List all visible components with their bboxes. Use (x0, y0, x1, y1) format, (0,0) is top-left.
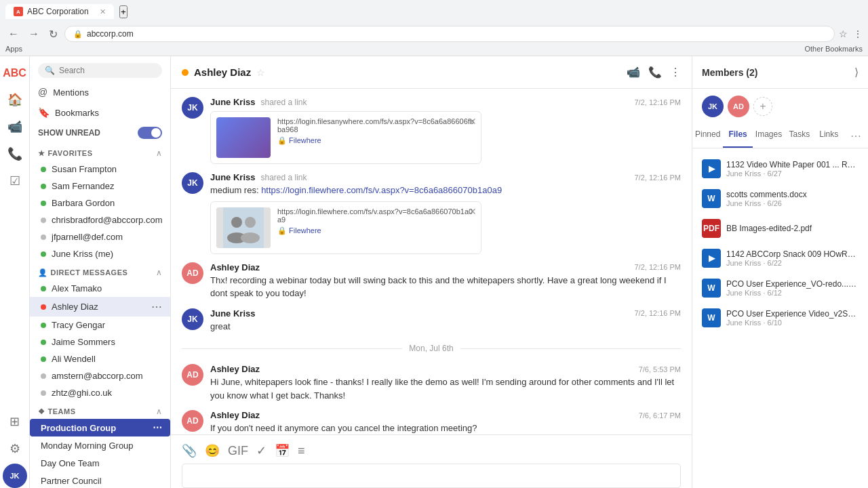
attach-icon[interactable]: 📎 (182, 443, 197, 458)
search-box[interactable]: 🔍 (38, 63, 162, 78)
tab-pinned[interactable]: Pinned (692, 124, 723, 148)
tab-files[interactable]: Files (723, 124, 752, 148)
reload-button[interactable]: ↻ (46, 26, 60, 42)
dm-item[interactable]: Ashley Diaz⋯ (30, 297, 170, 317)
nav-icon-settings[interactable]: ⚙ (3, 436, 27, 461)
dm-item[interactable]: zhtz@ghi.co.uk (30, 384, 170, 401)
search-input[interactable] (59, 66, 155, 75)
message-group: JK June Kriss shared a link 7/2, 12:16 P… (182, 172, 681, 254)
team-item[interactable]: Monday Morning Group⋯ (30, 436, 170, 454)
message-time: 7/2, 12:16 PM (635, 174, 682, 182)
favorites-contact-item[interactable]: Sam Fernandez (30, 178, 170, 195)
preview-close-button[interactable]: ✕ (469, 116, 477, 127)
add-member-button[interactable]: + (753, 97, 772, 116)
dm-section-header: 👤 DIRECT MESSAGES ∧ (30, 262, 170, 280)
member-avatar-ad: AD (728, 96, 749, 117)
nav-header: 🔍 (30, 56, 170, 82)
unread-toggle[interactable] (138, 127, 162, 139)
favorites-contact-item[interactable]: Barbara Gordon (30, 195, 170, 211)
preview-close-button[interactable]: ✕ (469, 206, 477, 217)
close-tab-button[interactable]: ✕ (100, 7, 106, 16)
nav-icon-grid[interactable]: ⊞ (3, 409, 27, 434)
member-avatar-jk: JK (702, 96, 724, 117)
message-group: JK June Kriss shared a link 7/2, 12:16 P… (182, 97, 681, 164)
task-icon[interactable]: ✓ (256, 443, 267, 458)
teams-title: ❖ TEAMS (38, 407, 76, 416)
browser-nav: ← → ↻ 🔒 abccorp.com ☆ ⋮ (0, 23, 868, 45)
file-info: PCO User Experience_VO-redo... 020.docx … (726, 279, 859, 297)
message-group: AD Ashley Diaz 7/6, 6:17 PM If you don't… (182, 410, 681, 434)
gif-icon[interactable]: GIF (228, 444, 248, 458)
file-item[interactable]: ▶ 1142 ABCCorp Snack 009 HOwRC1.mp4 June… (692, 243, 868, 273)
tab-tasks[interactable]: Tasks (785, 124, 814, 148)
dm-item[interactable]: Ali Wendell (30, 350, 170, 367)
mentions-item[interactable]: @ Mentions (30, 82, 170, 102)
file-item[interactable]: PDF BB Images-edited-2.pdf (692, 214, 868, 243)
message-input[interactable] (182, 464, 681, 488)
file-item[interactable]: W PCO User Experience Video_v2SB.docx Ju… (692, 303, 868, 333)
mentions-icon: @ (38, 87, 47, 98)
favorites-contact-item[interactable]: June Kriss (me) (30, 245, 170, 262)
dm-item[interactable]: Alex Tamako (30, 280, 170, 297)
message-name: Ashley Diaz (210, 262, 260, 272)
format-icon[interactable]: ≡ (298, 444, 305, 458)
phone-call-button[interactable]: 📞 (648, 66, 662, 79)
new-tab-button[interactable]: + (119, 5, 127, 18)
team-item[interactable]: Day One Team⋯ (30, 454, 170, 472)
tab-links[interactable]: Links (814, 124, 844, 148)
team-menu-button[interactable]: ⋯ (153, 422, 162, 433)
file-item[interactable]: W PCO User Experience_VO-redo... 020.doc… (692, 273, 868, 303)
calendar-icon[interactable]: 📅 (275, 443, 290, 458)
video-call-button[interactable]: 📹 (627, 66, 640, 79)
emoji-icon[interactable]: 😊 (205, 443, 220, 458)
link-preview: https://login.filewhere.com/fs/v.aspx?v=… (210, 201, 481, 254)
dm-item[interactable]: Jaime Sommers (30, 333, 170, 350)
user-avatar-icon[interactable]: JK (3, 464, 27, 488)
avatar: JK (182, 97, 203, 119)
dm-item[interactable]: Tracy Gengar (30, 317, 170, 333)
back-button[interactable]: ← (5, 26, 22, 41)
file-icon: W (702, 189, 721, 208)
team-item[interactable]: Partner Council⋯ (30, 472, 170, 488)
status-dot (41, 323, 46, 328)
right-panel-close-button[interactable]: ⟩ (854, 66, 859, 79)
forward-button[interactable]: → (26, 26, 42, 41)
bookmarks-item[interactable]: 🔖 Bookmarks (30, 102, 170, 123)
browser-tab[interactable]: A ABC Corporation ✕ (5, 4, 114, 19)
team-item[interactable]: Production Group⋯ (30, 419, 170, 436)
nav-icon-phone[interactable]: 📞 (3, 142, 27, 166)
dm-item[interactable]: amstern@abccorp.com (30, 367, 170, 384)
dm-options-button[interactable]: ⋯ (151, 300, 162, 313)
file-item[interactable]: ▶ 1132 Video White Paper 001 ... RC 2.mp… (692, 154, 868, 184)
favorites-collapse[interactable]: ∧ (156, 148, 162, 158)
star-icon[interactable]: ☆ (839, 28, 848, 39)
chat-star-button[interactable]: ☆ (256, 67, 265, 78)
status-dot (41, 357, 46, 362)
team-name: Partner Council (41, 476, 102, 486)
favorites-contact-item[interactable]: jfparnell@def.com (30, 228, 170, 245)
more-icon[interactable]: ⋮ (853, 28, 863, 39)
favorites-contact-item[interactable]: Susan Frampton (30, 161, 170, 178)
message-name: June Kriss (210, 172, 255, 182)
favorites-list: Susan FramptonSam FernandezBarbara Gordo… (30, 161, 170, 262)
file-item[interactable]: W scotts comments.docx June Kriss · 6/26 (692, 184, 868, 214)
dm-collapse[interactable]: ∧ (156, 268, 162, 277)
tabs-more-button[interactable]: ⋯ (844, 124, 868, 148)
address-bar[interactable]: 🔒 abccorp.com (64, 26, 835, 42)
tab-images[interactable]: Images (753, 124, 785, 148)
show-unread-toggle: SHOW UNREAD (30, 123, 170, 143)
dm-icon: 👤 (38, 268, 48, 277)
link-preview: https://login.filesanywhere.com/fs/v.asp… (210, 111, 481, 164)
nav-icon-video[interactable]: 📹 (3, 115, 27, 139)
contact-name: Barbara Gordon (52, 198, 115, 208)
more-options-button[interactable]: ⋮ (670, 66, 681, 79)
nav-icon-tasks[interactable]: ☑ (3, 169, 27, 193)
message-time: 7/6, 6:17 PM (639, 411, 681, 420)
favorites-contact-item[interactable]: chrisbradford@abccorp.com (30, 211, 170, 228)
nav-icon-home[interactable]: 🏠 (3, 87, 27, 112)
preview-info: https://login.filesanywhere.com/fs/v.asp… (277, 117, 475, 158)
chat-header: Ashley Diaz ☆ 📹 📞 ⋮ (171, 56, 692, 89)
lock-icon: 🔒 (73, 30, 83, 39)
file-info: BB Images-edited-2.pdf (726, 224, 859, 233)
teams-collapse[interactable]: ∧ (156, 407, 162, 416)
